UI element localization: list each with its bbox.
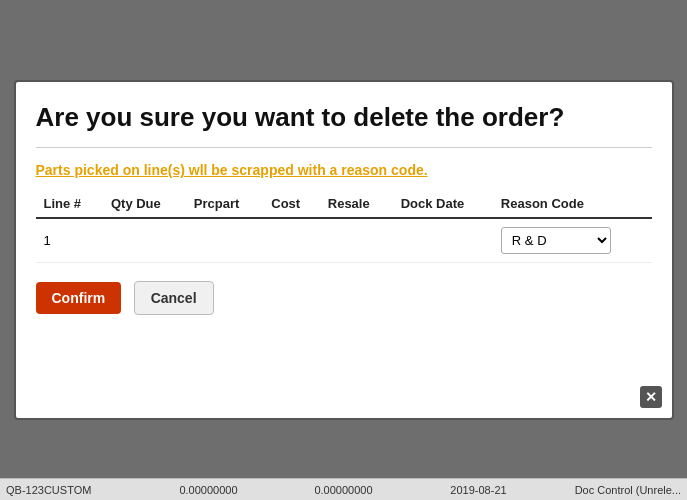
cell-qty bbox=[103, 218, 186, 263]
col-header-resale: Resale bbox=[320, 190, 393, 218]
col-header-line: Line # bbox=[36, 190, 103, 218]
status-date: 2019-08-21 bbox=[411, 484, 546, 496]
reason-code-select[interactable]: R & D Scrap Other bbox=[501, 227, 611, 254]
table-row: 1 R & D Scrap Other bbox=[36, 218, 652, 263]
status-order-id: QB-123CUSTOM bbox=[6, 484, 141, 496]
status-bar: QB-123CUSTOM 0.00000000 0.00000000 2019-… bbox=[0, 478, 687, 500]
cell-reason: R & D Scrap Other bbox=[493, 218, 652, 263]
modal-dialog: Are you sure you want to delete the orde… bbox=[14, 80, 674, 420]
status-value2: 0.00000000 bbox=[276, 484, 411, 496]
close-button[interactable]: ✕ bbox=[640, 386, 662, 408]
modal-title: Are you sure you want to delete the orde… bbox=[36, 102, 652, 133]
status-doc-control: Doc Control (Unrele... bbox=[546, 484, 681, 496]
cell-resale bbox=[320, 218, 393, 263]
col-header-dock: Dock Date bbox=[393, 190, 493, 218]
data-table: Line # Qty Due Prcpart Cost Resale Dock … bbox=[36, 190, 652, 263]
modal-overlay: Are you sure you want to delete the orde… bbox=[0, 0, 687, 500]
col-header-reason: Reason Code bbox=[493, 190, 652, 218]
warning-text: Parts picked on line(s) wll be scrapped … bbox=[36, 162, 652, 178]
table-header-row: Line # Qty Due Prcpart Cost Resale Dock … bbox=[36, 190, 652, 218]
cell-cost bbox=[263, 218, 320, 263]
cancel-button[interactable]: Cancel bbox=[134, 281, 214, 315]
col-header-qty: Qty Due bbox=[103, 190, 186, 218]
col-header-prcpart: Prcpart bbox=[186, 190, 263, 218]
cell-dock bbox=[393, 218, 493, 263]
col-header-cost: Cost bbox=[263, 190, 320, 218]
status-value1: 0.00000000 bbox=[141, 484, 276, 496]
cell-prcpart bbox=[186, 218, 263, 263]
divider bbox=[36, 147, 652, 148]
confirm-button[interactable]: Confirm bbox=[36, 282, 122, 314]
modal-actions: Confirm Cancel bbox=[36, 281, 652, 315]
cell-line: 1 bbox=[36, 218, 103, 263]
